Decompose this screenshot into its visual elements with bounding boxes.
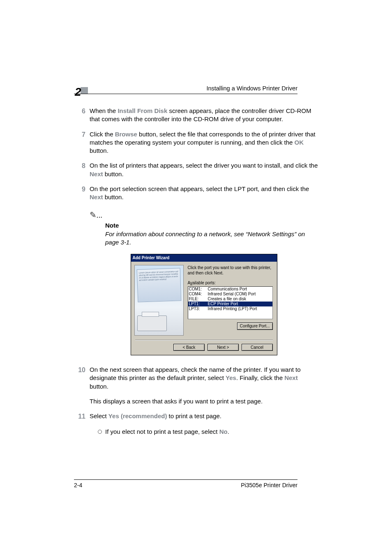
step-number: 7 — [74, 130, 90, 139]
available-ports-listbox[interactable]: COM1:Communications Port COM4:Infrared S… — [188, 286, 273, 319]
keyword-yes-recommended: Yes (recommended) — [108, 412, 167, 419]
step-6: 6 When the Install From Disk screen appe… — [74, 107, 318, 124]
configure-port-button[interactable]: Configure Port... — [237, 322, 273, 330]
keyword-next: Next — [90, 170, 103, 177]
text: If you elect not to print a test page, s… — [105, 428, 219, 435]
text: . — [228, 428, 229, 435]
steps-container: 6 When the Install From Disk screen appe… — [74, 107, 318, 436]
keyword-ok: OK — [295, 139, 304, 146]
keyword-install-from-disk: Install From Disk — [118, 107, 167, 114]
step-body: When the Install From Disk screen appear… — [90, 107, 318, 124]
step-number: 10 — [74, 366, 90, 375]
port-row[interactable]: LPT3:Infrared Printing (LPT) Port — [188, 306, 272, 311]
text: On the list of printers that appears, se… — [90, 162, 318, 169]
footer-rule — [74, 479, 297, 480]
text: . Finally, click the — [236, 374, 284, 381]
keyword-next: Next — [90, 193, 103, 200]
step-number: 11 — [74, 412, 90, 421]
wizard-image: Lorem ipsum dolor sit amet consectetur a… — [134, 265, 184, 336]
text: Click the — [90, 131, 115, 138]
note-body: For information about connecting to a ne… — [105, 230, 318, 247]
text: to print a test page. — [167, 412, 221, 419]
text: button. — [103, 170, 124, 177]
step-7: 7 Click the Browse button, select the fi… — [74, 130, 318, 155]
step-10: 10 On the next screen that appears, chec… — [74, 366, 318, 391]
text: Select — [90, 412, 108, 419]
section-title: Installing a Windows Printer Driver — [206, 85, 297, 93]
text: button. — [103, 193, 124, 200]
port-row[interactable]: COM4:Infrared Serial (COM) Port — [188, 292, 272, 297]
port-row[interactable]: COM1:Communications Port — [188, 287, 272, 292]
keyword-yes: Yes — [226, 374, 236, 381]
note-label: Note — [105, 221, 318, 230]
dialog-titlebar: Add Printer Wizard — [131, 254, 277, 262]
port-row[interactable]: FILE:Creates a file on disk — [188, 297, 272, 302]
keyword-browse: Browse — [115, 131, 137, 138]
step-10-cont: This displays a screen that asks if you … — [90, 397, 318, 405]
step-number: 8 — [74, 161, 90, 170]
available-ports-label: Available ports: — [188, 280, 273, 286]
back-button[interactable]: < Back — [173, 344, 205, 351]
port-row-selected[interactable]: LPT1:ECP Printer Port — [188, 302, 272, 306]
text: button. — [90, 383, 108, 390]
chapter-number: 2 — [75, 84, 81, 100]
step-11: 11 Select Yes (recommended) to print a t… — [74, 412, 318, 421]
step-body: On the port selection screen that appear… — [90, 185, 318, 202]
step-9: 9 On the port selection screen that appe… — [74, 185, 318, 202]
step-body: Select Yes (recommended) to print a test… — [90, 412, 318, 420]
step-11-sub: If you elect not to print a test page, s… — [98, 428, 318, 436]
note-block: ✎... Note For information about connecti… — [90, 210, 318, 246]
dialog-instruction: Click the port you want to use with this… — [188, 265, 273, 276]
dialog-screenshot: Add Printer Wizard Lorem ipsum dolor sit… — [90, 254, 318, 355]
step-number: 9 — [74, 185, 90, 194]
step-body: Click the Browse button, select the file… — [90, 130, 318, 155]
page-number: 2-4 — [74, 481, 82, 489]
keyword-next: Next — [284, 374, 298, 381]
header-rule — [74, 94, 297, 94]
step-number: 6 — [74, 107, 90, 116]
chapter-tab — [81, 87, 88, 94]
cancel-button[interactable]: Cancel — [242, 344, 273, 351]
add-printer-wizard-dialog: Add Printer Wizard Lorem ipsum dolor sit… — [131, 254, 277, 355]
text: button. — [90, 147, 108, 154]
next-button[interactable]: Next > — [208, 344, 239, 351]
step-body: On the list of printers that appears, se… — [90, 161, 318, 178]
step-8: 8 On the list of printers that appears, … — [74, 161, 318, 178]
note-pencil-icon: ✎... — [90, 210, 318, 221]
printer-icon — [137, 315, 167, 331]
product-name: Pi3505e Printer Driver — [241, 481, 297, 489]
keyword-no: No — [219, 428, 228, 435]
text: On the port selection screen that appear… — [90, 185, 309, 192]
manual-page: 2 Installing a Windows Printer Driver 6 … — [0, 0, 392, 555]
text: When the — [90, 107, 118, 114]
step-body: On the next screen that appears, check t… — [90, 366, 318, 391]
